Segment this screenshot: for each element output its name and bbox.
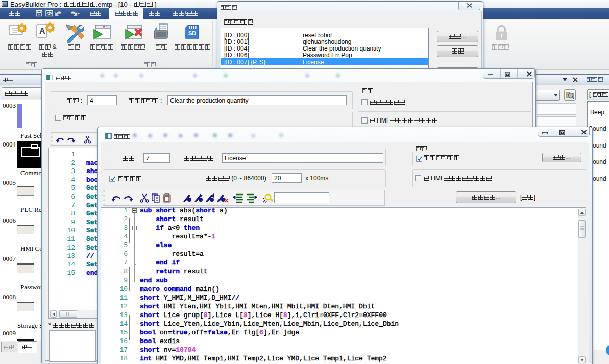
svg-text:SD: SD xyxy=(188,30,196,36)
